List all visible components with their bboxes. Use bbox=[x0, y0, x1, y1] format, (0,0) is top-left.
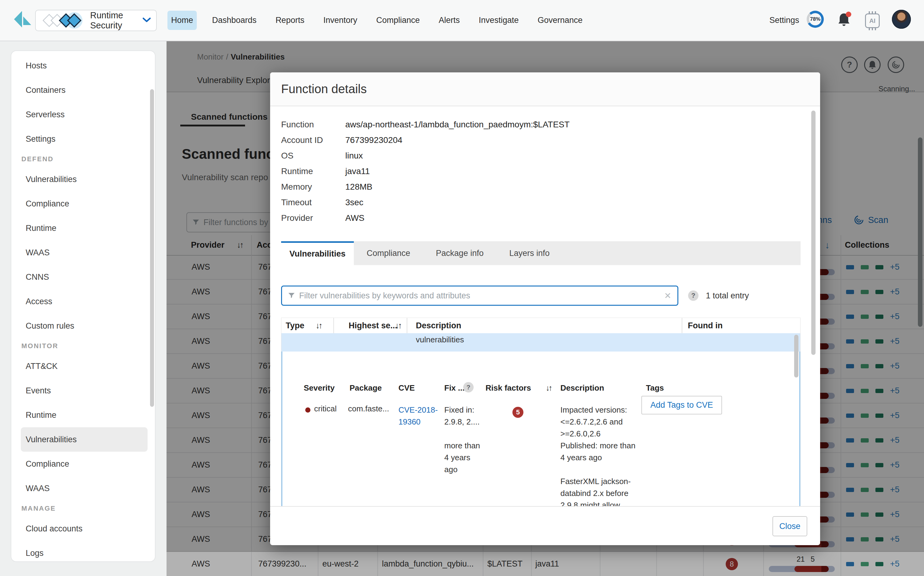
cell-account: 767399230... bbox=[258, 552, 306, 576]
sort-icon[interactable]: ↓↑ bbox=[546, 382, 551, 394]
vulnerabilities-table: Type ↓↑ Highest se... ↓↑ Description Fou… bbox=[281, 318, 801, 506]
sidebar-item[interactable]: DEFEND bbox=[11, 151, 155, 167]
severity-value: critical bbox=[314, 404, 337, 413]
usage-progress-ring[interactable]: 78% bbox=[807, 11, 824, 28]
app-screen: Runtime Security HomeDashboardsReportsIn… bbox=[0, 0, 924, 576]
sidebar-item[interactable]: Custom rules bbox=[11, 314, 155, 338]
risk-factors-badge[interactable]: 5 bbox=[512, 407, 524, 418]
user-avatar[interactable] bbox=[892, 10, 911, 29]
sidebar-item[interactable]: Vulnerabilities bbox=[11, 167, 155, 192]
modal-title: Function details bbox=[270, 72, 820, 106]
modal-tab[interactable]: Vulnerabilities bbox=[281, 241, 354, 265]
nav-item[interactable]: Governance bbox=[534, 11, 586, 30]
sidebar-item[interactable]: Events bbox=[11, 378, 155, 403]
col-found-in[interactable]: Found in bbox=[688, 318, 723, 333]
sidebar-item[interactable]: Compliance bbox=[11, 192, 155, 216]
vuln-filter-input[interactable]: Filter vulnerabilities by keywords and a… bbox=[281, 286, 678, 306]
clear-filter-icon[interactable]: ✕ bbox=[664, 291, 671, 301]
count-critical: 5 bbox=[810, 555, 815, 563]
sidebar-item[interactable]: Logs bbox=[11, 541, 155, 562]
sidebar-item[interactable]: Runtime bbox=[11, 216, 155, 240]
sidebar-item[interactable]: Vulnerabilities bbox=[21, 427, 147, 452]
sort-icon[interactable]: ↓↑ bbox=[315, 318, 322, 333]
nav-item[interactable]: Inventory bbox=[320, 11, 361, 30]
filter-help-icon[interactable]: ? bbox=[688, 290, 698, 301]
selected-row-description: vulnerabilities bbox=[416, 335, 464, 344]
detail-col-risk-factors[interactable]: Risk factors bbox=[485, 382, 531, 394]
field-row: Provider AWS bbox=[281, 210, 570, 226]
function-details-modal: Function details Function aws/ap-northea… bbox=[270, 72, 820, 545]
notifications-bell-icon[interactable] bbox=[837, 12, 851, 27]
sidebar-item[interactable]: Serverless bbox=[11, 102, 155, 127]
modal-tab[interactable]: Package info bbox=[423, 241, 496, 265]
nav-item[interactable]: Investigate bbox=[475, 11, 522, 30]
col-description[interactable]: Description bbox=[416, 318, 461, 333]
sidebar-item[interactable]: WAAS bbox=[11, 476, 155, 501]
field-label: Provider bbox=[281, 213, 345, 223]
sidebar-item[interactable]: Access bbox=[11, 289, 155, 314]
sidebar-item[interactable]: Hosts bbox=[11, 53, 155, 78]
modal-tab[interactable]: Layers info bbox=[496, 241, 562, 265]
collections-more-label: +5 bbox=[890, 559, 900, 569]
detail-col-fix: Fix ... bbox=[444, 382, 464, 394]
sidebar-item-label: Vulnerabilities bbox=[26, 175, 77, 184]
detail-col-package: Package bbox=[349, 382, 382, 394]
col-type[interactable]: Type bbox=[286, 318, 304, 333]
field-value: 128MB bbox=[345, 182, 373, 192]
sort-icon[interactable]: ↓↑ bbox=[395, 318, 401, 333]
nav-item[interactable]: Compliance bbox=[373, 11, 423, 30]
product-switcher[interactable]: Runtime Security bbox=[35, 10, 157, 31]
sidebar-item-label: Cloud accounts bbox=[26, 524, 83, 533]
settings-link[interactable]: Settings bbox=[769, 0, 799, 41]
nav-item[interactable]: Alerts bbox=[435, 11, 464, 30]
sidebar-item-label: MANAGE bbox=[21, 504, 56, 512]
sidebar-item-label: ATT&CK bbox=[26, 362, 58, 371]
sidebar-item-label: Containers bbox=[26, 85, 66, 95]
brand-logo-icon bbox=[13, 10, 32, 29]
sidebar-item[interactable]: Compliance bbox=[11, 452, 155, 476]
modal-scrollbar[interactable] bbox=[811, 110, 815, 355]
sidebar-item[interactable]: Containers bbox=[11, 78, 155, 102]
modal-tab[interactable]: Compliance bbox=[354, 241, 423, 265]
sidebar-item-label: Access bbox=[26, 297, 52, 306]
sidebar-item[interactable]: Settings bbox=[11, 127, 155, 151]
sidebar-item[interactable]: CNNS bbox=[11, 265, 155, 289]
sidebar-item-label: Logs bbox=[26, 549, 44, 558]
field-label: Timeout bbox=[281, 198, 345, 207]
ai-assistant-icon[interactable]: AI bbox=[865, 13, 880, 28]
collection-chip-green bbox=[861, 562, 869, 566]
modal-footer: Close bbox=[270, 506, 820, 545]
cell-version: $LATEST bbox=[487, 552, 522, 576]
fix-status: Fixed in: 2.9.8, 2.... more than 4 years… bbox=[444, 404, 480, 475]
selected-vuln-row[interactable]: vulnerabilities bbox=[282, 333, 800, 352]
nav-item[interactable]: Reports bbox=[272, 11, 308, 30]
fix-help-icon[interactable]: ? bbox=[463, 382, 474, 392]
vuln-count-badge: 8 bbox=[726, 558, 738, 570]
add-tags-to-cve-button[interactable]: Add Tags to CVE bbox=[641, 396, 722, 414]
collections-cell[interactable]: +5 bbox=[846, 552, 900, 576]
field-row: Account ID 767399230204 bbox=[281, 132, 570, 148]
table-row[interactable]: AWS 767399230... eu-west-2 lambda_functi… bbox=[167, 552, 924, 576]
field-row: Memory 128MB bbox=[281, 179, 570, 195]
sidebar-item-label: Runtime bbox=[26, 224, 56, 233]
field-row: Runtime java11 bbox=[281, 163, 570, 179]
col-highest-severity[interactable]: Highest se... bbox=[349, 318, 397, 333]
sidebar-item[interactable]: MONITOR bbox=[11, 338, 155, 354]
vuln-table-scrollbar[interactable] bbox=[794, 335, 798, 378]
nav-item[interactable]: Home bbox=[167, 11, 197, 30]
product-marks-icon bbox=[40, 11, 89, 29]
sidebar-item[interactable]: Runtime bbox=[11, 403, 155, 427]
vuln-filter-row: Filter vulnerabilities by keywords and a… bbox=[281, 286, 801, 306]
sidebar-item[interactable]: MANAGE bbox=[11, 501, 155, 517]
sidebar-item-label: Compliance bbox=[26, 199, 69, 208]
sidebar-item[interactable]: Cloud accounts bbox=[11, 517, 155, 541]
nav-item[interactable]: Dashboards bbox=[208, 11, 260, 30]
sidebar-item-label: WAAS bbox=[26, 248, 50, 257]
sidebar-scrollbar[interactable] bbox=[150, 89, 154, 407]
sidebar-item[interactable]: ATT&CK bbox=[11, 354, 155, 378]
close-button[interactable]: Close bbox=[772, 516, 807, 536]
sidebar-item-label: Events bbox=[26, 386, 51, 395]
sidebar-item[interactable]: WAAS bbox=[11, 240, 155, 265]
sidebar-item-label: Settings bbox=[26, 134, 56, 144]
cve-link[interactable]: CVE-2018- 19360 bbox=[399, 404, 438, 428]
